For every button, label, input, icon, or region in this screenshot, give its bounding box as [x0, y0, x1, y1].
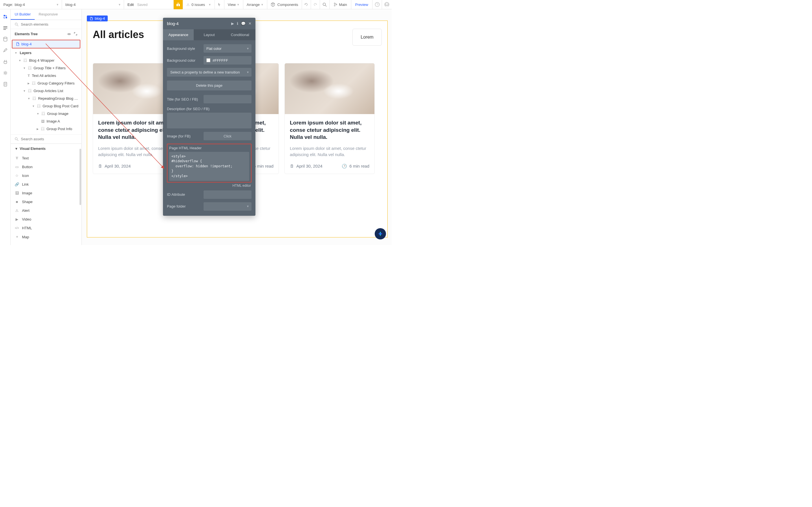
help-button[interactable]: ? [372, 0, 382, 9]
tree-group-blog-post-card[interactable]: ▼ ⿴ Group Blog Post Card [11, 102, 82, 110]
card-desc: Lorem ipsum dolor sit amet, conse ctetur… [290, 145, 369, 158]
card-image [285, 63, 374, 114]
id-attribute-label: ID Attribute [167, 192, 201, 196]
arrange-menu[interactable]: Arrange ▼ [243, 0, 267, 9]
calendar-icon: 🗓 [290, 164, 294, 168]
visual-elements-header[interactable]: Visual Elements [20, 147, 46, 151]
assistant-fab[interactable] [375, 228, 386, 239]
inspector-title: blog-4 [167, 21, 179, 26]
page-selector[interactable]: Page: blog-4 ▼ [0, 0, 62, 9]
element-selector[interactable]: blog-4 ▼ [62, 0, 124, 9]
issues-button[interactable]: ⚠ 0 issues ▼ [183, 0, 215, 9]
bg-style-select[interactable]: Flat color▼ [204, 44, 252, 53]
tree-image-a[interactable]: 🖼 Image A [11, 117, 82, 125]
rail-design[interactable] [0, 11, 10, 22]
rail-plugins[interactable] [0, 56, 10, 67]
blog-card[interactable]: Lorem ipsum dolor sit amet, conse ctetur… [285, 63, 375, 174]
svg-line-4 [325, 5, 326, 6]
bg-color-input[interactable]: #FFFFFF [204, 56, 252, 64]
ve-image[interactable]: 🖼Image [11, 189, 82, 198]
title-seo-label: Title (for SEO / FB) [167, 97, 201, 101]
ve-html[interactable]: </>HTML [11, 224, 82, 232]
chevron-down-icon: ▼ [237, 3, 240, 6]
tree-group-category-filters[interactable]: ▶ ⿴ Group Category Filters [11, 79, 82, 87]
comment-icon[interactable]: 💬 [241, 21, 246, 25]
cube-icon [271, 2, 275, 7]
ve-icon[interactable]: ☆Icon [11, 171, 82, 180]
close-icon[interactable]: ✕ [248, 21, 252, 25]
card-read: 6 min read [253, 164, 273, 168]
page-folder-select[interactable]: ▼ [204, 202, 252, 211]
branch-icon [334, 3, 338, 6]
svg-point-21 [15, 23, 17, 25]
chevron-down-icon: ▼ [246, 47, 249, 50]
star-icon: ☆ [15, 173, 19, 178]
user-avatar[interactable] [382, 0, 392, 9]
ve-video[interactable]: ▶Video [11, 215, 82, 224]
html-editor-link[interactable]: HTML editor [167, 184, 251, 187]
tab-layout[interactable]: Layout [194, 29, 224, 40]
tab-responsive[interactable]: Responsive [35, 9, 62, 20]
transition-select[interactable]: Select a property to define a new transi… [167, 68, 252, 76]
ve-alert[interactable]: ⚠Alert [11, 206, 82, 215]
components-button[interactable]: Components [267, 0, 302, 9]
rail-logs[interactable] [0, 78, 10, 90]
page-html-header-input[interactable]: <style> #hideOverflow { overflow: hidden… [169, 152, 249, 181]
rail-data[interactable] [0, 34, 10, 45]
lorem-button[interactable]: Lorem [352, 29, 382, 46]
desc-seo-input[interactable] [167, 113, 252, 128]
ve-button[interactable]: ▭Button [11, 163, 82, 171]
tab-conditional[interactable]: Conditional [225, 29, 255, 40]
gift-icon[interactable] [174, 0, 183, 9]
canvas-element-tag[interactable]: blog-4 [87, 15, 108, 21]
delete-page-button[interactable]: Delete this page [167, 80, 252, 91]
tree-rg-blog-posts[interactable]: ▼ ⿴ RepeatingGroup Blog Posts [11, 95, 82, 102]
chevron-down-icon: ▼ [15, 147, 18, 151]
tree-group-title-filters[interactable]: ▼ ⿴ Group Title + Filters [11, 64, 82, 72]
layers-header[interactable]: ▼ Layers [11, 49, 82, 57]
scrollbar[interactable] [80, 149, 81, 205]
bg-style-label: Background style [167, 47, 201, 51]
chevron-down-icon: ▼ [208, 3, 211, 6]
ve-link[interactable]: 🔗Link [11, 180, 82, 189]
tree-text-all-articles[interactable]: T Text All articles [11, 72, 82, 79]
rail-settings[interactable] [0, 67, 10, 78]
rail-workflow[interactable] [0, 22, 10, 34]
clock-icon: 🕑 [342, 164, 347, 169]
expand-icon[interactable] [73, 32, 78, 36]
tree-blog4-wrapper[interactable]: ▼ ⿴ Blog 4 Wrapper [11, 57, 82, 64]
svg-rect-13 [3, 27, 7, 29]
group-icon: ⿴ [32, 81, 36, 86]
id-attribute-input[interactable] [204, 190, 252, 199]
tab-ui-builder[interactable]: UI Builder [11, 9, 35, 20]
main-branch[interactable]: Main [329, 0, 351, 9]
image-fb-input[interactable]: Click [204, 132, 252, 140]
view-menu[interactable]: View ▼ [224, 0, 243, 9]
svg-point-11 [386, 3, 388, 5]
ve-map[interactable]: ⌖Map [11, 232, 82, 241]
redo-button[interactable] [311, 0, 320, 9]
ve-text[interactable]: TText [11, 154, 82, 163]
search-assets[interactable] [21, 137, 78, 141]
undo-button[interactable] [302, 0, 311, 9]
group-icon: ⿴ [41, 127, 45, 131]
tree-root-page[interactable]: blog-4 [12, 40, 80, 48]
svg-point-3 [323, 3, 325, 5]
info-icon[interactable]: ℹ [237, 21, 238, 25]
tree-group-articles-list[interactable]: ▼ ⿴ Group Articles List [11, 87, 82, 95]
ve-shape[interactable]: ■Shape [11, 198, 82, 206]
edit-mode[interactable]: Edit [128, 3, 134, 7]
tree-group-image[interactable]: ▼ ⿴ Group Image [11, 110, 82, 117]
group-icon: ⿴ [33, 97, 36, 101]
tab-appearance[interactable]: Appearance [163, 29, 194, 40]
preview-button[interactable]: Preview [351, 0, 372, 9]
rail-styles[interactable] [0, 45, 10, 56]
pointer-tool[interactable] [215, 0, 224, 9]
title-seo-input[interactable] [204, 95, 252, 103]
search-button[interactable] [320, 0, 329, 9]
page-icon [90, 17, 93, 20]
tree-group-post-info[interactable]: ▶ ⿴ Group Post Info [11, 125, 82, 133]
play-icon[interactable]: ▶ [231, 21, 234, 25]
search-elements[interactable] [21, 22, 78, 26]
eye-icon[interactable] [67, 32, 71, 36]
